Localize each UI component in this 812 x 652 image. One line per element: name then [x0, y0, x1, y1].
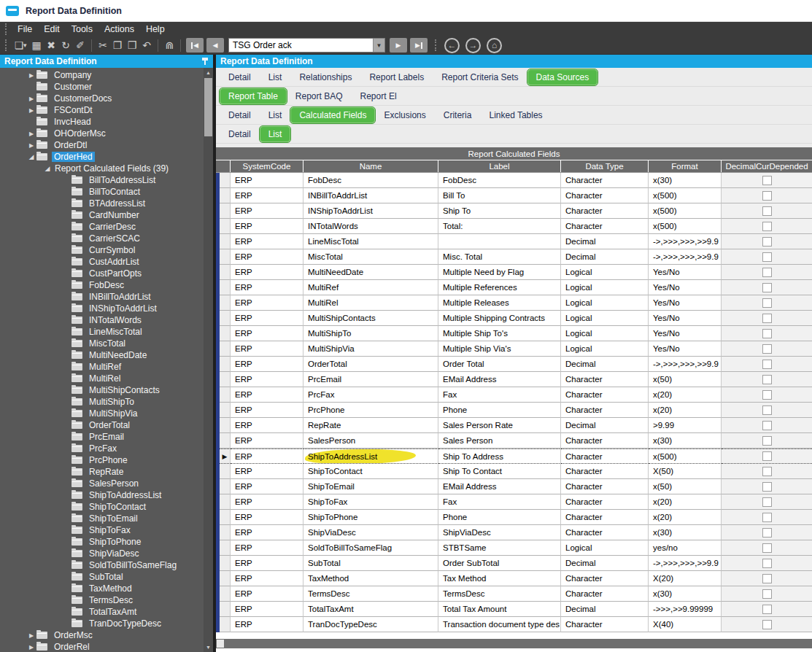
decimalcurdepended-checkbox[interactable] [762, 176, 772, 185]
tree-item[interactable]: OrderTotal [0, 419, 213, 431]
table-row[interactable]: ERPOrderTotalOrder TotalDecimal->,>>>,>>… [220, 357, 812, 372]
tree-item[interactable]: TermsDesc [0, 594, 213, 606]
decimalcurdepended-checkbox[interactable] [762, 605, 772, 614]
tab-report-el[interactable]: Report El [352, 88, 406, 104]
pin-icon[interactable] [201, 57, 209, 66]
table-row[interactable]: ERPMultiShipContactsMultiple Shipping Co… [220, 311, 812, 326]
tree-item[interactable]: ShipToPhone [0, 536, 213, 548]
tree-expand-icon[interactable]: ▶ [26, 96, 36, 102]
nav-grip-handle[interactable] [435, 39, 439, 51]
copy-button[interactable]: ❐ [110, 38, 125, 53]
tree-item[interactable]: MultiNeedDate [0, 349, 213, 361]
tab-report-baq[interactable]: Report BAQ [287, 88, 352, 104]
tree-item[interactable]: CurrSymbol [0, 244, 213, 256]
tree-item[interactable]: MultiRel [0, 373, 213, 384]
table-row[interactable]: ERPMultiShipToMultiple Ship To'sLogicalY… [220, 326, 812, 341]
tree-scrollbar-thumb[interactable] [204, 78, 212, 136]
decimalcurdepended-checkbox[interactable] [762, 314, 772, 323]
tab-criteria[interactable]: Criteria [435, 107, 481, 123]
table-row[interactable]: ERPTranDocTypeDescTransaction document t… [220, 617, 812, 632]
decimalcurdepended-checkbox[interactable] [762, 451, 772, 461]
decimalcurdepended-checkbox[interactable] [762, 344, 772, 354]
decimalcurdepended-checkbox[interactable] [762, 222, 772, 231]
table-row[interactable]: ERPPrcPhonePhoneCharacterx(20) [220, 403, 812, 418]
menu-item-tools[interactable]: Tools [66, 22, 98, 36]
tree-item[interactable]: BillToAddressList [0, 174, 213, 186]
tab-calculated-fields[interactable]: Calculated Fields [290, 107, 375, 123]
table-row[interactable]: ERPMultiShipViaMultiple Ship Via'sLogica… [220, 341, 812, 357]
tree-item[interactable]: PrcPhone [0, 454, 213, 466]
tree-item[interactable]: InvcHead [0, 116, 213, 128]
tree-item[interactable]: ShipViaDesc [0, 548, 213, 559]
row-selector[interactable]: ▶ [220, 449, 231, 464]
decimalcurdepended-checkbox[interactable] [762, 620, 772, 629]
tree-item[interactable]: INTotalWords [0, 314, 213, 326]
column-header-format[interactable]: Format [649, 160, 722, 172]
tree-expand-icon[interactable]: ▶ [26, 131, 36, 137]
tree-item[interactable]: MultiShipContacts [0, 384, 213, 396]
row-selector[interactable] [220, 265, 231, 280]
tree-item[interactable]: ▶OHOrderMsc [0, 128, 213, 139]
record-selector-combobox[interactable]: TSG Order ack ▼ [228, 38, 385, 53]
row-selector[interactable] [220, 326, 231, 341]
tab-detail[interactable]: Detail [220, 69, 260, 85]
tree-item[interactable]: MultiRef [0, 361, 213, 373]
tree-item[interactable]: CustAddrList [0, 256, 213, 268]
tree-item[interactable]: RepRate [0, 466, 213, 478]
decimalcurdepended-checkbox[interactable] [762, 589, 772, 599]
column-header-decimalcurdepended[interactable]: DecimalCurDepended [722, 160, 812, 172]
decimalcurdepended-checkbox[interactable] [762, 405, 772, 415]
menubar-grip-handle[interactable] [5, 23, 9, 35]
save-button[interactable]: ▦ [29, 38, 44, 53]
tree-item[interactable]: CarrierSCAC [0, 233, 213, 244]
tree-item[interactable]: Customer [0, 81, 213, 93]
tree-item[interactable]: CardNumber [0, 209, 213, 221]
menu-item-actions[interactable]: Actions [98, 22, 140, 36]
table-row[interactable]: ERPPrcFaxFaxCharacterx(20) [220, 387, 812, 403]
forward-button[interactable]: → [465, 38, 481, 53]
tree-item[interactable]: LineMiscTotal [0, 326, 213, 338]
row-selector[interactable] [220, 295, 231, 311]
tree-item[interactable]: SubTotal [0, 571, 213, 583]
table-row[interactable]: ERPSubTotalOrder SubTotalDecimal->,>>>,>… [220, 556, 812, 571]
tree-expand-icon[interactable]: ▶ [26, 644, 36, 651]
row-selector[interactable] [220, 173, 231, 188]
tree-collapse-icon[interactable]: ◢ [26, 153, 36, 160]
table-row[interactable]: ERPPrcEmailEMail AddressCharacterx(50) [220, 372, 812, 387]
tree-item[interactable]: ▶OrderDtl [0, 139, 213, 151]
row-selector[interactable] [220, 387, 231, 403]
table-row[interactable]: ERPShipToPhonePhoneCharacterx(20) [220, 510, 812, 525]
scroll-up-icon[interactable]: ▲ [204, 68, 213, 77]
table-row[interactable]: ERPINTotalWordsTotal:Characterx(500) [220, 219, 812, 234]
tree-item[interactable]: FobDesc [0, 279, 213, 291]
tree-item[interactable]: ◢Report Calculated Fields (39) [0, 163, 213, 174]
toolbar-grip-handle[interactable] [5, 39, 9, 51]
row-selector[interactable] [220, 372, 231, 387]
menu-item-help[interactable]: Help [140, 22, 171, 36]
tab-report-labels[interactable]: Report Labels [360, 69, 433, 85]
tree-item[interactable]: ShipToContact [0, 501, 213, 513]
tab-report-criteria-sets[interactable]: Report Criteria Sets [433, 69, 527, 85]
decimalcurdepended-checkbox[interactable] [762, 360, 772, 369]
table-row[interactable]: ERPRepRateSales Person RateDecimal>9.99 [220, 418, 812, 433]
row-selector[interactable] [220, 540, 231, 556]
table-row[interactable]: ERPShipViaDescShipViaDescCharacterx(30) [220, 525, 812, 540]
decimalcurdepended-checkbox[interactable] [762, 375, 772, 384]
table-row[interactable]: ERPShipToContactShip To ContactCharacter… [220, 464, 812, 479]
tab-list[interactable]: List [260, 126, 291, 142]
decimalcurdepended-checkbox[interactable] [762, 528, 772, 537]
tree-collapse-icon[interactable]: ◢ [42, 165, 53, 172]
tree-item[interactable]: PrcFax [0, 443, 213, 454]
tab-detail[interactable]: Detail [220, 126, 260, 142]
tree-item[interactable]: INShipToAddrList [0, 303, 213, 314]
undo-button[interactable]: ↶ [139, 38, 154, 53]
decimalcurdepended-checkbox[interactable] [762, 252, 772, 262]
tab-relationships[interactable]: Relationships [290, 69, 360, 85]
decimalcurdepended-checkbox[interactable] [762, 482, 772, 492]
row-selector[interactable] [220, 433, 231, 449]
scroll-down-icon[interactable]: ▼ [204, 643, 213, 652]
tree-item[interactable]: CarrierDesc [0, 221, 213, 233]
decimalcurdepended-checkbox[interactable] [762, 436, 772, 446]
row-selector[interactable] [220, 464, 231, 479]
cut-button[interactable]: ✂ [96, 38, 110, 53]
